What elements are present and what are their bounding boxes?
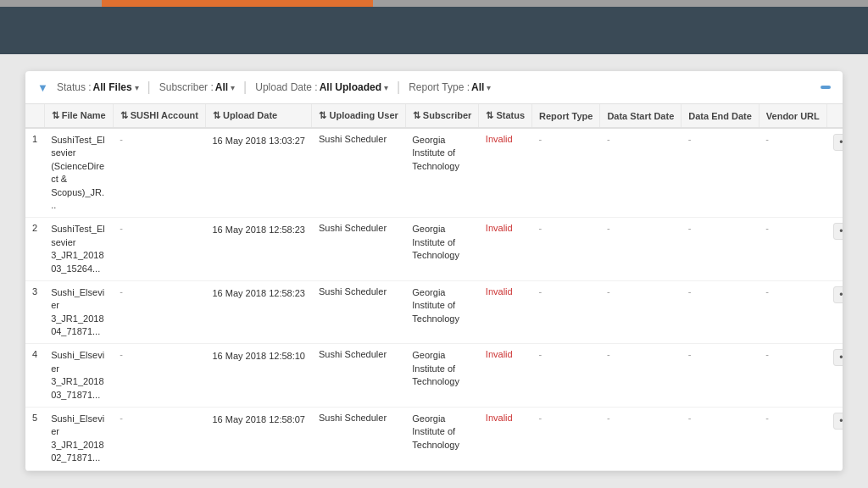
cell-vendor-url: - bbox=[759, 344, 826, 408]
cell-vendor-url: - bbox=[759, 408, 826, 471]
cell-report-type: - bbox=[532, 128, 600, 218]
row-action-button[interactable]: ••• bbox=[833, 134, 843, 151]
cell-data-end-date: - bbox=[682, 344, 760, 408]
cell-data-end-date: - bbox=[682, 128, 760, 218]
filter-icon: ▼ bbox=[37, 81, 48, 94]
cell-filename: Sushi_Elsevier 3_JR1_201803_71871... bbox=[44, 344, 113, 408]
cell-sushi-account: - bbox=[113, 408, 205, 471]
chevron-down-icon: ▾ bbox=[231, 83, 235, 92]
row-number: 4 bbox=[25, 344, 44, 408]
cell-action[interactable]: ••• bbox=[826, 128, 843, 218]
filter-report-type[interactable]: Report Type : All ▾ bbox=[409, 81, 491, 93]
col-header-vendor-url: Vendor URL bbox=[759, 104, 826, 128]
col-header-upload-date[interactable]: ⇅ Upload Date bbox=[205, 104, 311, 128]
cell-sushi-account: - bbox=[113, 218, 205, 281]
col-header-uploading-user[interactable]: ⇅ Uploading User bbox=[312, 104, 405, 128]
cell-data-end-date: - bbox=[682, 408, 760, 471]
row-number: 1 bbox=[25, 128, 44, 218]
cell-subscriber: Georgia Institute of Technology bbox=[405, 344, 479, 408]
col-header-subscriber[interactable]: ⇅ Subscriber bbox=[405, 104, 479, 128]
chevron-down-icon: ▾ bbox=[384, 83, 388, 92]
cell-data-start-date: - bbox=[600, 128, 682, 218]
cell-upload-date: 16 May 2018 13:03:27 bbox=[205, 128, 311, 218]
table-row: 1 SushiTest_Elsevier (ScienceDirect & Sc… bbox=[25, 128, 843, 218]
data-table: ⇅ File Name ⇅ SUSHI Account ⇅ Upload Dat… bbox=[25, 104, 843, 471]
bar-gray-left bbox=[0, 0, 102, 7]
main-content: ▼ Status : All Files ▾ | Subscriber : Al… bbox=[0, 71, 868, 471]
row-number: 3 bbox=[25, 280, 44, 344]
col-header-status[interactable]: ⇅ Status bbox=[479, 104, 532, 128]
row-action-button[interactable]: ••• bbox=[833, 286, 843, 303]
cell-status: Invalid bbox=[479, 344, 532, 408]
cell-report-type: - bbox=[532, 218, 600, 281]
col-header-data-end: Data End Date bbox=[682, 104, 760, 128]
cell-report-type: - bbox=[532, 408, 600, 471]
cell-subscriber: Georgia Institute of Technology bbox=[405, 408, 479, 471]
cell-data-start-date: - bbox=[600, 408, 682, 471]
cell-filename: SushiTest_Elsevier (ScienceDirect & Scop… bbox=[44, 128, 113, 218]
cell-uploading-user: Sushi Scheduler bbox=[312, 280, 405, 344]
cell-report-type: - bbox=[532, 280, 600, 344]
cell-data-end-date: - bbox=[682, 218, 760, 281]
cell-subscriber: Georgia Institute of Technology bbox=[405, 280, 479, 344]
table-container: ▼ Status : All Files ▾ | Subscriber : Al… bbox=[25, 71, 843, 471]
chevron-down-icon: ▾ bbox=[487, 83, 491, 92]
cell-subscriber: Georgia Institute of Technology bbox=[405, 218, 479, 281]
filter-upload-date[interactable]: Upload Date : All Uploaded ▾ bbox=[255, 81, 388, 93]
cell-filename: Sushi_Elsevier 3_JR1_201804_71871... bbox=[44, 280, 113, 344]
cell-report-type: - bbox=[532, 344, 600, 408]
cell-upload-date: 16 May 2018 12:58:23 bbox=[205, 280, 311, 344]
cell-data-start-date: - bbox=[600, 218, 682, 281]
col-header-data-start: Data Start Date bbox=[600, 104, 682, 128]
cell-action[interactable]: ••• bbox=[826, 344, 843, 408]
cell-filename: SushiTest_Elsevier 3_JR1_201803_15264... bbox=[44, 218, 113, 281]
cell-sushi-account: - bbox=[113, 280, 205, 344]
cell-action[interactable]: ••• bbox=[826, 408, 843, 471]
cell-data-start-date: - bbox=[600, 344, 682, 408]
cell-vendor-url: - bbox=[759, 218, 826, 281]
cell-uploading-user: Sushi Scheduler bbox=[312, 218, 405, 281]
cell-data-end-date: - bbox=[682, 280, 760, 344]
cell-filename: Sushi_Elsevier 3_JR1_201802_71871... bbox=[44, 408, 113, 471]
row-action-button[interactable]: ••• bbox=[833, 223, 843, 240]
col-header-report-type: Report Type bbox=[532, 104, 600, 128]
table-row: 2 SushiTest_Elsevier 3_JR1_201803_15264.… bbox=[25, 218, 843, 281]
col-header-filename[interactable]: ⇅ File Name bbox=[44, 104, 113, 128]
cell-uploading-user: Sushi Scheduler bbox=[312, 408, 405, 471]
table-row: 5 Sushi_Elsevier 3_JR1_201802_71871... -… bbox=[25, 408, 843, 471]
row-action-button[interactable]: ••• bbox=[833, 413, 843, 430]
all-plus-s-button[interactable] bbox=[821, 86, 831, 89]
table-row: 3 Sushi_Elsevier 3_JR1_201804_71871... -… bbox=[25, 280, 843, 344]
row-action-button[interactable]: ••• bbox=[833, 349, 843, 366]
cell-upload-date: 16 May 2018 12:58:23 bbox=[205, 218, 311, 281]
col-header-number bbox=[25, 104, 44, 128]
cell-upload-date: 16 May 2018 12:58:07 bbox=[205, 408, 311, 471]
col-header-sushi[interactable]: ⇅ SUSHI Account bbox=[113, 104, 205, 128]
filter-status[interactable]: Status : All Files ▾ bbox=[57, 81, 139, 93]
bar-gray-right bbox=[373, 0, 868, 7]
header-section bbox=[0, 7, 868, 54]
row-number: 5 bbox=[25, 408, 44, 471]
bar-orange bbox=[102, 0, 373, 7]
top-bars bbox=[0, 0, 868, 7]
col-header-action bbox=[826, 104, 843, 128]
filter-subscriber[interactable]: Subscriber : All ▾ bbox=[159, 81, 235, 93]
cell-action[interactable]: ••• bbox=[826, 280, 843, 344]
cell-uploading-user: Sushi Scheduler bbox=[312, 344, 405, 408]
cell-action[interactable]: ••• bbox=[826, 218, 843, 281]
cell-data-start-date: - bbox=[600, 280, 682, 344]
cell-sushi-account: - bbox=[113, 344, 205, 408]
cell-status: Invalid bbox=[479, 280, 532, 344]
chevron-down-icon: ▾ bbox=[135, 83, 139, 92]
cell-status: Invalid bbox=[479, 408, 532, 471]
filter-bar: ▼ Status : All Files ▾ | Subscriber : Al… bbox=[25, 71, 843, 104]
cell-sushi-account: - bbox=[113, 128, 205, 218]
cell-vendor-url: - bbox=[759, 128, 826, 218]
row-number: 2 bbox=[25, 218, 44, 281]
cell-status: Invalid bbox=[479, 128, 532, 218]
cell-status: Invalid bbox=[479, 218, 532, 281]
cell-subscriber: Georgia Institute of Technology bbox=[405, 128, 479, 218]
cell-uploading-user: Sushi Scheduler bbox=[312, 128, 405, 218]
cell-vendor-url: - bbox=[759, 280, 826, 344]
table-header-row: ⇅ File Name ⇅ SUSHI Account ⇅ Upload Dat… bbox=[25, 104, 843, 128]
